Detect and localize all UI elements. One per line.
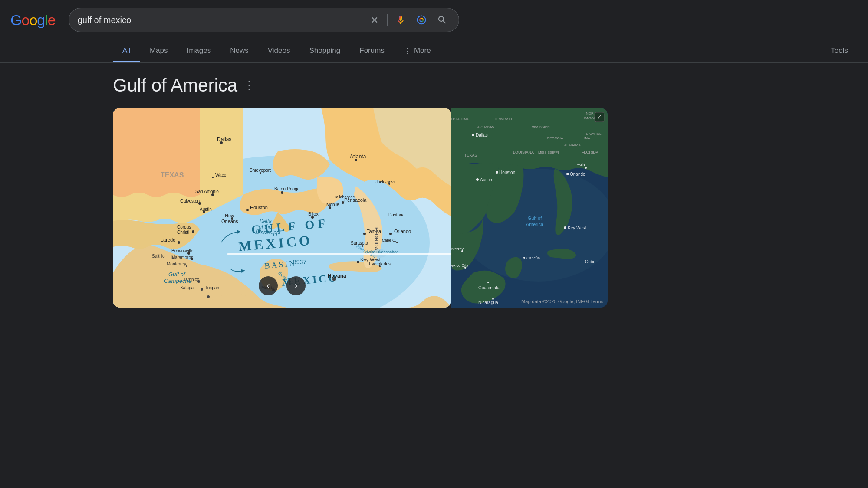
logo-letter-e: e bbox=[48, 12, 56, 28]
svg-text:Guatemala: Guatemala bbox=[478, 285, 500, 290]
svg-text:MISSISSIPPI: MISSISSIPPI bbox=[538, 151, 559, 154]
svg-rect-86 bbox=[227, 253, 451, 255]
svg-point-46 bbox=[207, 295, 210, 298]
svg-text:INA: INA bbox=[584, 136, 590, 140]
svg-point-29 bbox=[363, 233, 366, 235]
svg-text:TEXAS: TEXAS bbox=[464, 153, 477, 157]
svg-text:Campeche: Campeche bbox=[164, 278, 191, 284]
result-title-text: Gulf of America bbox=[113, 75, 237, 96]
nav-bar: All Maps Images News Videos Shopping For… bbox=[0, 40, 868, 63]
svg-text:Brownsville: Brownsville bbox=[171, 249, 194, 253]
nav-more[interactable]: ⋮ More bbox=[394, 40, 441, 63]
svg-text:Orlando: Orlando bbox=[570, 172, 585, 177]
svg-text:Corpus: Corpus bbox=[177, 225, 191, 229]
svg-text:TEXAS: TEXAS bbox=[161, 171, 184, 179]
clear-icon bbox=[370, 15, 379, 25]
svg-text:S: S bbox=[586, 132, 588, 136]
clear-button[interactable] bbox=[367, 13, 382, 27]
image-section: GULF OF MEXICO BASIN MEXICO Florida Str.… bbox=[113, 108, 868, 308]
svg-point-44 bbox=[201, 288, 203, 291]
nav-shopping[interactable]: Shopping bbox=[299, 40, 350, 62]
svg-point-99 bbox=[564, 226, 566, 229]
svg-text:CAROLI: CAROLI bbox=[584, 116, 597, 120]
map-image-container: GULF OF MEXICO BASIN MEXICO Florida Str.… bbox=[113, 108, 451, 308]
svg-point-62 bbox=[389, 233, 392, 235]
svg-text:San Antonio: San Antonio bbox=[195, 189, 219, 194]
svg-text:Houston: Houston bbox=[250, 205, 268, 210]
voice-search-button[interactable] bbox=[393, 12, 408, 28]
logo-letter-g: G bbox=[10, 12, 21, 28]
svg-text:Galveston: Galveston bbox=[180, 199, 200, 203]
svg-text:LOUISIANA: LOUISIANA bbox=[513, 150, 534, 154]
svg-text:Monterrey: Monterrey bbox=[167, 262, 186, 266]
svg-text:Xalapa: Xalapa bbox=[180, 285, 194, 290]
svg-text:CAROL: CAROL bbox=[589, 132, 602, 136]
map-next-button[interactable]: › bbox=[286, 276, 306, 295]
google-map-panel[interactable]: Gulf of America bbox=[451, 108, 608, 308]
svg-text:Cape C.: Cape C. bbox=[382, 238, 396, 242]
svg-text:OKLAHOMA: OKLAHOMA bbox=[451, 118, 469, 121]
svg-text:Gulf of: Gulf of bbox=[168, 271, 186, 278]
nav-maps[interactable]: Maps bbox=[140, 40, 178, 62]
map-svg: GULF OF MEXICO BASIN MEXICO Florida Str.… bbox=[113, 108, 451, 308]
svg-text:Cancún: Cancún bbox=[526, 256, 540, 260]
svg-point-97 bbox=[566, 173, 569, 175]
svg-text:•Mia: •Mia bbox=[577, 163, 585, 167]
svg-text:Delta: Delta bbox=[260, 218, 272, 224]
lens-button[interactable] bbox=[414, 12, 429, 28]
svg-text:Houston: Houston bbox=[499, 170, 515, 175]
svg-text:Cubi: Cubi bbox=[585, 259, 594, 264]
google-logo[interactable]: Google bbox=[10, 12, 56, 29]
svg-point-84 bbox=[172, 257, 174, 259]
svg-point-124 bbox=[492, 298, 494, 300]
header: Google bbox=[0, 0, 868, 40]
svg-point-93 bbox=[476, 178, 479, 181]
nav-news[interactable]: News bbox=[220, 40, 258, 62]
svg-text:Dallas: Dallas bbox=[217, 136, 231, 142]
search-icon bbox=[437, 14, 447, 26]
search-input[interactable] bbox=[78, 15, 362, 25]
logo-letter-g2: g bbox=[37, 12, 45, 28]
svg-text:Daytona: Daytona bbox=[388, 213, 405, 217]
nav-tools[interactable]: Tools bbox=[821, 40, 858, 62]
svg-text:Baton Rouge: Baton Rouge bbox=[274, 187, 300, 191]
svg-point-33 bbox=[192, 230, 194, 233]
main-content: Gulf of America ⋮ bbox=[0, 63, 868, 308]
svg-text:TENNESSEE: TENNESSEE bbox=[495, 118, 513, 121]
svg-text:3937: 3937 bbox=[293, 259, 306, 265]
mic-icon bbox=[395, 14, 406, 26]
nav-videos[interactable]: Videos bbox=[258, 40, 300, 62]
svg-text:Tuxpan: Tuxpan bbox=[205, 285, 219, 290]
map-prev-button[interactable]: ‹ bbox=[259, 276, 278, 295]
svg-text:NOR: NOR bbox=[586, 111, 594, 115]
search-bar bbox=[69, 8, 459, 32]
svg-point-36 bbox=[178, 241, 180, 244]
search-divider bbox=[387, 14, 388, 26]
svg-text:Biloxi: Biloxi bbox=[308, 211, 319, 216]
svg-text:Atlanta: Atlanta bbox=[350, 154, 366, 160]
svg-point-64 bbox=[396, 242, 398, 243]
svg-point-9 bbox=[246, 209, 249, 211]
svg-text:Key West: Key West bbox=[568, 226, 586, 230]
svg-text:of the: of the bbox=[259, 224, 272, 230]
nav-forums[interactable]: Forums bbox=[350, 40, 394, 62]
search-submit-button[interactable] bbox=[434, 12, 450, 28]
svg-text:Shreveport: Shreveport bbox=[250, 168, 271, 173]
svg-text:Gulf of: Gulf of bbox=[528, 216, 542, 221]
svg-text:Sarasota: Sarasota bbox=[351, 241, 368, 246]
svg-text:GEORGIA: GEORGIA bbox=[547, 136, 563, 140]
svg-text:Havana: Havana bbox=[328, 273, 346, 279]
nav-images[interactable]: Images bbox=[177, 40, 220, 62]
svg-text:Christi: Christi bbox=[177, 230, 189, 235]
gmap-footer: Map data ©2025 Google, INEGI Terms bbox=[521, 299, 603, 304]
svg-text:Mississippi: Mississippi bbox=[255, 229, 280, 236]
svg-text:exico City: exico City bbox=[451, 263, 469, 268]
svg-text:Saltillo: Saltillo bbox=[152, 254, 165, 259]
nav-all[interactable]: All bbox=[113, 40, 140, 62]
svg-text:ARKANSAS: ARKANSAS bbox=[477, 125, 494, 128]
svg-text:nterrey: nterrey bbox=[451, 247, 464, 251]
svg-text:America: America bbox=[526, 222, 544, 227]
kebab-menu-icon[interactable]: ⋮ bbox=[243, 79, 255, 92]
svg-point-113 bbox=[472, 134, 474, 136]
svg-point-18 bbox=[281, 191, 283, 194]
